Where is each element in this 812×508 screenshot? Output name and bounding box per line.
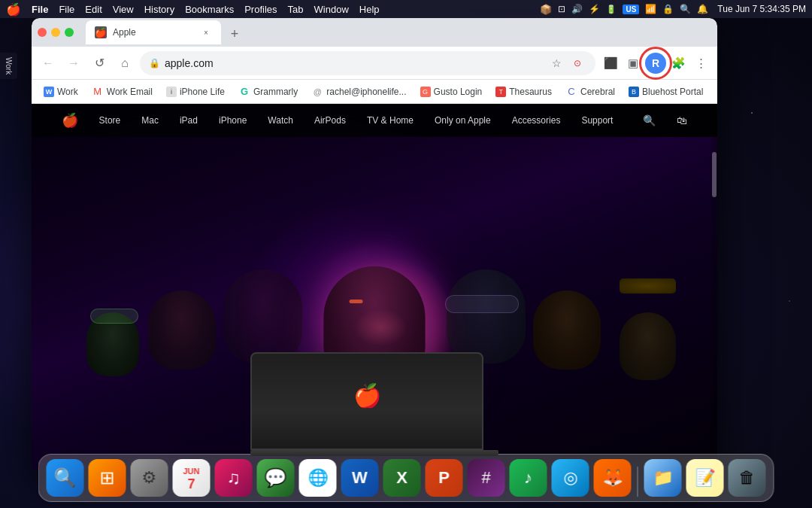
menu-bookmarks[interactable]: Bookmarks bbox=[185, 4, 234, 15]
menu-app-name[interactable]: File bbox=[32, 4, 48, 15]
finder-icon: 🔍 bbox=[54, 467, 77, 488]
apple-nav-search-icon[interactable]: 🔍 bbox=[643, 114, 656, 126]
notification-icon[interactable]: 🔔 bbox=[697, 4, 708, 14]
launchpad-icon: ⊞ bbox=[100, 467, 115, 488]
dock-settings[interactable]: ⚙ bbox=[131, 459, 168, 497]
dock-launchpad[interactable]: ⊞ bbox=[89, 459, 126, 497]
apple-nav-only-apple[interactable]: Only on Apple bbox=[435, 115, 491, 126]
bookmark-gusto[interactable]: G Gusto Login bbox=[414, 84, 489, 99]
dock-finder[interactable]: 🔍 bbox=[47, 459, 84, 497]
window-minimize-button[interactable] bbox=[51, 28, 60, 37]
bookmark-gusto-favicon: G bbox=[420, 87, 431, 97]
bookmark-thesaurus[interactable]: T Thesaurus bbox=[489, 84, 558, 99]
refresh-button[interactable]: ↺ bbox=[89, 53, 110, 74]
menu-window[interactable]: Window bbox=[314, 4, 349, 15]
apple-website: 🍎 Store Mac iPad iPhone Watch AirPods TV… bbox=[32, 104, 717, 470]
chrome-menu-button[interactable]: ⋮ bbox=[690, 53, 711, 74]
music-icon: ♫ bbox=[227, 467, 241, 488]
spotlight-icon[interactable]: 🔍 bbox=[680, 4, 691, 14]
apple-nav-mac[interactable]: Mac bbox=[141, 115, 159, 126]
bookmark-bluehost-favicon: B bbox=[629, 87, 639, 97]
messages-icon: 💬 bbox=[265, 467, 287, 488]
bluetooth-icon[interactable]: ⚡ bbox=[589, 4, 600, 14]
bookmark-work[interactable]: W Work bbox=[38, 84, 84, 99]
bookmark-grammarly-label: Grammarly bbox=[253, 87, 298, 97]
menu-dots-icon: ⋮ bbox=[695, 56, 707, 70]
apple-nav-airpods[interactable]: AirPods bbox=[314, 115, 346, 126]
perf-icon-button[interactable]: ⊙ bbox=[568, 54, 586, 72]
cast-button[interactable]: ⬛ bbox=[600, 53, 621, 74]
tab-close-button[interactable]: × bbox=[200, 26, 212, 38]
new-tab-button[interactable]: + bbox=[224, 23, 245, 44]
home-button[interactable]: ⌂ bbox=[114, 53, 135, 74]
menubar-time: Tue Jun 7 5:34:35 PM bbox=[717, 4, 806, 14]
lock-secure-icon: 🔒 bbox=[149, 58, 160, 68]
dock-spotify[interactable]: ♪ bbox=[510, 459, 547, 497]
menubar: 🍎 File File Edit View History Bookmarks … bbox=[0, 0, 812, 18]
memoji-right bbox=[533, 291, 601, 370]
menu-help[interactable]: Help bbox=[359, 4, 380, 15]
apple-nav-store[interactable]: Store bbox=[99, 115, 121, 126]
chrome-window: 🍎 Apple × + ← → ↺ ⌂ 🔒 apple.com bbox=[32, 18, 717, 470]
profile-button[interactable]: R bbox=[645, 53, 666, 74]
bookmark-work-email[interactable]: M Work Email bbox=[86, 84, 159, 100]
dock-excel[interactable]: X bbox=[383, 459, 421, 497]
forward-button[interactable]: → bbox=[63, 53, 84, 74]
dropbox-icon[interactable]: 📦 bbox=[540, 4, 552, 15]
battery-monitor-icon[interactable]: ⊡ bbox=[558, 4, 565, 14]
dock-trash[interactable]: 🗑 bbox=[729, 459, 766, 497]
menu-edit[interactable]: Edit bbox=[85, 4, 102, 15]
dock-music[interactable]: ♫ bbox=[215, 459, 253, 497]
dock-slack[interactable]: # bbox=[468, 459, 505, 497]
address-bar[interactable]: 🔒 apple.com ☆ ⊙ bbox=[140, 51, 595, 75]
back-button[interactable]: ← bbox=[38, 53, 59, 74]
excel-icon: X bbox=[396, 468, 408, 488]
apple-nav-accessories[interactable]: Accessories bbox=[512, 115, 561, 126]
dock-calendar[interactable]: JUN7 bbox=[173, 459, 211, 497]
bookmark-facebook[interactable]: f Facebook bbox=[710, 84, 717, 100]
user-flag-icon[interactable]: US bbox=[623, 5, 639, 14]
bookmark-cerebral[interactable]: C Cerebral bbox=[559, 84, 621, 100]
apple-nav-tv-home[interactable]: TV & Home bbox=[367, 115, 414, 126]
apple-menu-icon[interactable]: 🍎 bbox=[6, 2, 21, 17]
dock-notes[interactable]: 📝 bbox=[686, 459, 724, 497]
audio-icon[interactable]: 🔊 bbox=[571, 4, 583, 14]
menu-tab[interactable]: Tab bbox=[288, 4, 304, 15]
extensions-button[interactable]: 🧩 bbox=[668, 53, 689, 74]
bookmark-work-label: Work bbox=[57, 87, 78, 97]
dock-firefox[interactable]: 🦊 bbox=[594, 459, 632, 497]
extensions-icon: 🧩 bbox=[671, 56, 686, 70]
apple-nav-support[interactable]: Support bbox=[581, 115, 613, 126]
menu-view[interactable]: View bbox=[113, 4, 134, 15]
menu-profiles[interactable]: Profiles bbox=[244, 4, 277, 15]
profile-letter: R bbox=[652, 57, 659, 69]
calendar-icon: JUN7 bbox=[183, 467, 199, 493]
apple-nav-iphone[interactable]: iPhone bbox=[219, 115, 247, 126]
bookmark-work-email-label: Work Email bbox=[107, 87, 153, 97]
bookmark-iphone-life[interactable]: i iPhone Life bbox=[160, 84, 231, 99]
menu-file[interactable]: File bbox=[59, 4, 74, 15]
bookmark-rachel[interactable]: @ rachel@iphonelife... bbox=[305, 84, 412, 100]
lock-icon[interactable]: 🔒 bbox=[662, 4, 674, 14]
scrollbar-thumb[interactable] bbox=[712, 152, 717, 197]
apple-nav-logo[interactable]: 🍎 bbox=[62, 112, 78, 129]
chrome-tab-apple[interactable]: 🍎 Apple × bbox=[86, 20, 221, 44]
dock-safari[interactable]: ◎ bbox=[552, 459, 589, 497]
dock-files[interactable]: 📁 bbox=[644, 459, 682, 497]
window-close-button[interactable] bbox=[38, 28, 47, 37]
apple-nav-ipad[interactable]: iPad bbox=[180, 115, 198, 126]
dock-messages[interactable]: 💬 bbox=[257, 459, 295, 497]
bookmark-grammarly[interactable]: G Grammarly bbox=[232, 84, 304, 100]
menu-history[interactable]: History bbox=[144, 4, 174, 15]
sidebar-work-label[interactable]: Work bbox=[2, 56, 16, 76]
apple-nav-watch[interactable]: Watch bbox=[268, 115, 293, 126]
dock-word[interactable]: W bbox=[341, 459, 379, 497]
bookmark-star-button[interactable]: ☆ bbox=[547, 54, 565, 72]
split-view-button[interactable]: ▣ bbox=[623, 53, 644, 74]
apple-nav-bag-icon[interactable]: 🛍 bbox=[677, 114, 687, 126]
bookmark-bluehost[interactable]: B Bluehost Portal bbox=[623, 84, 709, 99]
window-maximize-button[interactable] bbox=[65, 28, 74, 37]
dock-powerpoint[interactable]: P bbox=[426, 459, 463, 497]
dock-chrome[interactable]: 🌐 bbox=[299, 459, 337, 497]
wifi-icon[interactable]: 📶 bbox=[645, 4, 656, 14]
